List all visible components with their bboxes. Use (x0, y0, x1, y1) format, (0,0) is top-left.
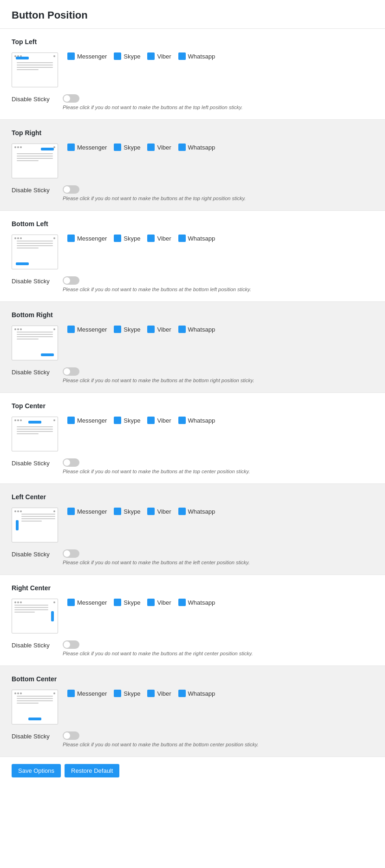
checkbox-top-right-messenger[interactable]: Messenger (67, 144, 107, 151)
section-row-top-right: MessengerSkypeViberWhatsapp (12, 144, 373, 178)
checkbox-bottom-center-skype[interactable]: Skype (114, 690, 140, 697)
checkbox-icon-whatsapp (178, 52, 186, 60)
checkbox-icon-skype (114, 417, 121, 424)
checkbox-top-center-messenger[interactable]: Messenger (67, 417, 107, 424)
checkbox-label-viber: Viber (157, 508, 171, 515)
checkbox-top-right-viber[interactable]: Viber (147, 144, 171, 151)
checkbox-icon-whatsapp (178, 417, 186, 424)
checkbox-bottom-right-messenger[interactable]: Messenger (67, 326, 107, 333)
checkbox-label-whatsapp: Whatsapp (188, 599, 215, 606)
sticky-toggle-top-right[interactable] (63, 185, 79, 194)
checkbox-top-left-messenger[interactable]: Messenger (67, 52, 107, 60)
checkbox-top-center-skype[interactable]: Skype (114, 417, 140, 424)
sticky-toggle-top-left[interactable] (63, 94, 79, 103)
checkbox-bottom-center-whatsapp[interactable]: Whatsapp (178, 690, 215, 697)
checkbox-right-center-messenger[interactable]: Messenger (67, 599, 107, 606)
sticky-row-top-right: Disable StickyPlease click if you do not… (12, 185, 373, 201)
checkbox-icon-viber (147, 235, 155, 242)
checkbox-right-center-whatsapp[interactable]: Whatsapp (178, 599, 215, 606)
checkbox-icon-messenger (67, 690, 75, 697)
checkbox-right-center-viber[interactable]: Viber (147, 599, 171, 606)
checkbox-list-top-left: MessengerSkypeViberWhatsapp (67, 52, 373, 60)
preview-left-center (12, 508, 58, 542)
checkbox-top-left-whatsapp[interactable]: Whatsapp (178, 52, 215, 60)
checkbox-top-center-viber[interactable]: Viber (147, 417, 171, 424)
sticky-hint-bottom-center: Please click if you do not want to make … (63, 742, 259, 747)
checkbox-bottom-center-messenger[interactable]: Messenger (67, 690, 107, 697)
checkbox-icon-messenger (67, 599, 75, 606)
sticky-label-top-center: Disable Sticky (12, 458, 58, 467)
sticky-row-top-center: Disable StickyPlease click if you do not… (12, 458, 373, 474)
sticky-row-bottom-center: Disable StickyPlease click if you do not… (12, 731, 373, 747)
sticky-toggle-bottom-left[interactable] (63, 276, 79, 285)
section-bottom-right: Bottom RightMessengerSkypeViberWhatsappD… (0, 301, 385, 392)
section-row-bottom-right: MessengerSkypeViberWhatsapp (12, 326, 373, 360)
checkbox-label-whatsapp: Whatsapp (188, 417, 215, 424)
checkbox-right-center-skype[interactable]: Skype (114, 599, 140, 606)
checkbox-top-left-skype[interactable]: Skype (114, 52, 140, 60)
checkbox-icon-viber (147, 599, 155, 606)
section-row-top-center: MessengerSkypeViberWhatsapp (12, 417, 373, 451)
checkbox-bottom-left-whatsapp[interactable]: Whatsapp (178, 235, 215, 242)
checkbox-icon-viber (147, 508, 155, 515)
checkbox-icon-viber (147, 326, 155, 333)
sticky-toggle-bottom-center[interactable] (63, 731, 79, 740)
checkbox-icon-viber (147, 690, 155, 697)
checkbox-icon-messenger (67, 144, 75, 151)
checkbox-label-messenger: Messenger (77, 417, 107, 424)
checkbox-label-skype: Skype (124, 235, 140, 242)
checkbox-icon-skype (114, 326, 121, 333)
checkbox-label-viber: Viber (157, 690, 171, 697)
checkbox-icon-messenger (67, 235, 75, 242)
checkbox-icon-skype (114, 508, 121, 515)
checkbox-bottom-left-skype[interactable]: Skype (114, 235, 140, 242)
checkbox-label-skype: Skype (124, 599, 140, 606)
checkbox-icon-skype (114, 235, 121, 242)
checkbox-list-left-center: MessengerSkypeViberWhatsapp (67, 508, 373, 515)
section-top-center: Top CenterMessengerSkypeViberWhatsappDis… (0, 392, 385, 483)
checkbox-icon-messenger (67, 417, 75, 424)
checkbox-top-right-skype[interactable]: Skype (114, 144, 140, 151)
checkbox-label-whatsapp: Whatsapp (188, 235, 215, 242)
checkbox-bottom-left-messenger[interactable]: Messenger (67, 235, 107, 242)
checkbox-bottom-right-whatsapp[interactable]: Whatsapp (178, 326, 215, 333)
sticky-label-right-center: Disable Sticky (12, 640, 58, 649)
checkbox-top-left-viber[interactable]: Viber (147, 52, 171, 60)
checkbox-label-viber: Viber (157, 326, 171, 333)
checkbox-bottom-right-viber[interactable]: Viber (147, 326, 171, 333)
preview-top-center (12, 417, 58, 451)
section-title-bottom-left: Bottom Left (12, 220, 373, 228)
checkbox-left-center-skype[interactable]: Skype (114, 508, 140, 515)
checkbox-label-skype: Skype (124, 326, 140, 333)
checkbox-label-skype: Skype (124, 508, 140, 515)
checkbox-bottom-right-skype[interactable]: Skype (114, 326, 140, 333)
checkbox-icon-whatsapp (178, 326, 186, 333)
checkbox-label-viber: Viber (157, 417, 171, 424)
checkbox-left-center-viber[interactable]: Viber (147, 508, 171, 515)
checkbox-bottom-left-viber[interactable]: Viber (147, 235, 171, 242)
sticky-hint-right-center: Please click if you do not want to make … (63, 651, 253, 656)
section-bottom-left: Bottom LeftMessengerSkypeViberWhatsappDi… (0, 210, 385, 301)
checkbox-label-viber: Viber (157, 599, 171, 606)
sticky-toggle-left-center[interactable] (63, 549, 79, 558)
checkbox-label-viber: Viber (157, 53, 171, 60)
checkbox-left-center-whatsapp[interactable]: Whatsapp (178, 508, 215, 515)
checkbox-label-messenger: Messenger (77, 144, 107, 151)
checkbox-left-center-messenger[interactable]: Messenger (67, 508, 107, 515)
sticky-toggle-top-center[interactable] (63, 458, 79, 467)
checkbox-bottom-center-viber[interactable]: Viber (147, 690, 171, 697)
sticky-hint-top-right: Please click if you do not want to make … (63, 196, 246, 201)
checkbox-icon-viber (147, 417, 155, 424)
restore-default-button[interactable]: Restore Default (65, 764, 119, 777)
sticky-label-bottom-right: Disable Sticky (12, 367, 58, 376)
right-panel-top-right: MessengerSkypeViberWhatsapp (67, 144, 373, 151)
checkbox-top-right-whatsapp[interactable]: Whatsapp (178, 144, 215, 151)
checkbox-label-skype: Skype (124, 417, 140, 424)
sticky-toggle-bottom-right[interactable] (63, 367, 79, 376)
save-button[interactable]: Save Options (12, 764, 61, 777)
right-panel-bottom-left: MessengerSkypeViberWhatsapp (67, 235, 373, 242)
preview-right-center (12, 599, 58, 633)
sticky-toggle-right-center[interactable] (63, 640, 79, 649)
checkbox-top-center-whatsapp[interactable]: Whatsapp (178, 417, 215, 424)
section-row-right-center: MessengerSkypeViberWhatsapp (12, 599, 373, 633)
